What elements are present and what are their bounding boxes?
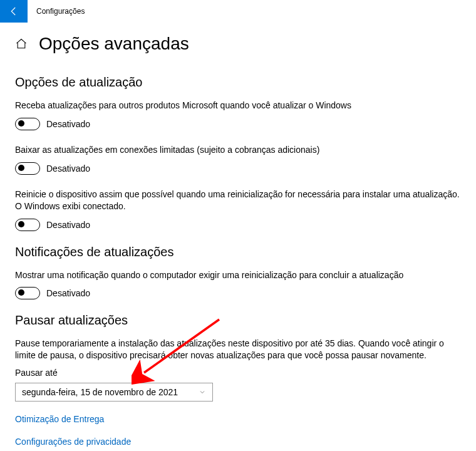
link-delivery-optimization[interactable]: Otimização de Entrega: [15, 414, 461, 424]
section-title-pause: Pausar atualizações: [15, 313, 461, 328]
back-button[interactable]: [0, 0, 28, 23]
toggle-row: Desativado: [15, 287, 461, 299]
toggle-microsoft-products[interactable]: [15, 118, 40, 130]
toggle-state-label: Desativado: [46, 119, 90, 129]
section-title-update-options: Opções de atualização: [15, 75, 461, 90]
titlebar: Configurações: [0, 0, 476, 23]
option-text: Receba atualizações para outros produtos…: [15, 100, 461, 111]
link-privacy-settings[interactable]: Configurações de privacidade: [15, 437, 461, 447]
page-header: Opções avançadas: [15, 34, 461, 54]
option-text: Mostrar uma notificação quando o computa…: [15, 269, 461, 281]
pause-description: Pause temporariamente a instalação das a…: [15, 338, 461, 361]
home-icon[interactable]: [15, 38, 28, 50]
toggle-row: Desativado: [15, 162, 461, 175]
option-text: Baixar as atualizações em conexões limit…: [15, 144, 461, 156]
toggle-state-label: Desativado: [46, 163, 90, 174]
toggle-row: Desativado: [15, 219, 461, 231]
toggle-row: Desativado: [15, 118, 461, 130]
toggle-restart-notification[interactable]: [15, 287, 40, 299]
window-title: Configurações: [36, 7, 85, 16]
dropdown-selected-value: segunda-feira, 15 de novembro de 2021: [22, 387, 178, 397]
toggle-state-label: Desativado: [46, 220, 90, 230]
pause-until-label: Pausar até: [15, 368, 461, 378]
arrow-left-icon: [8, 6, 19, 17]
chevron-down-icon: [199, 388, 206, 396]
pause-until-dropdown[interactable]: segunda-feira, 15 de novembro de 2021: [15, 383, 213, 402]
option-text: Reinicie o dispositivo assim que possíve…: [15, 189, 461, 212]
toggle-state-label: Desativado: [46, 288, 90, 298]
section-title-notifications: Notificações de atualizações: [15, 245, 461, 259]
toggle-auto-restart[interactable]: [15, 219, 40, 231]
toggle-metered-downloads[interactable]: [15, 162, 40, 175]
page-title: Opções avançadas: [39, 34, 189, 54]
